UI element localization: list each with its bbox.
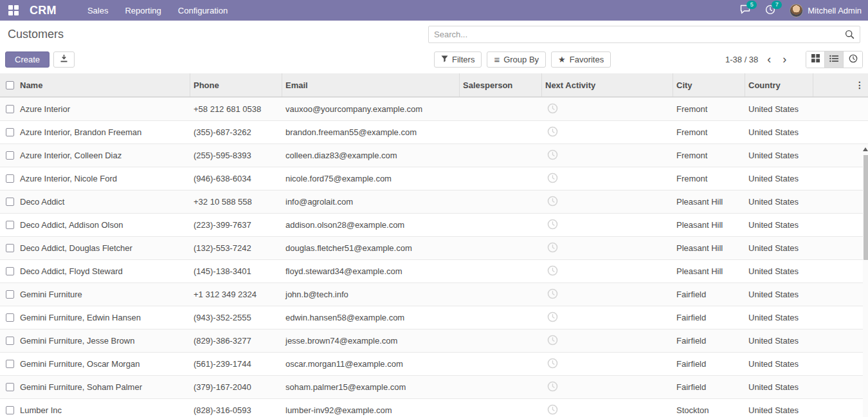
cell-country: United States (745, 104, 813, 114)
scrollbar-up-arrow-icon[interactable] (863, 147, 868, 151)
cell-phone: (223)-399-7637 (190, 220, 282, 230)
row-checkbox[interactable] (6, 128, 14, 136)
row-checkbox[interactable] (6, 105, 14, 113)
pager-previous-icon[interactable]: ‹ (764, 53, 773, 65)
table-row[interactable]: Gemini Furniture, Edwin Hansen (943)-352… (0, 306, 868, 329)
cell-phone: (828)-316-0593 (190, 405, 282, 415)
apps-menu-icon[interactable] (6, 3, 21, 17)
page-title: Customers (5, 28, 64, 41)
cell-email: lumber-inv92@example.com (282, 405, 460, 415)
cell-country: United States (745, 405, 813, 415)
search-input[interactable] (429, 30, 840, 39)
next-activity-clock-icon[interactable] (547, 126, 558, 137)
app-title[interactable]: CRM (30, 4, 57, 17)
row-checkbox[interactable] (6, 383, 14, 391)
activity-view-button[interactable] (844, 51, 862, 68)
filter-funnel-icon (441, 55, 448, 64)
cell-city: Fremont (673, 104, 745, 114)
column-options-icon[interactable]: ⋮ (855, 80, 864, 89)
header-name[interactable]: Name (17, 73, 190, 97)
table-row[interactable]: Gemini Furniture +1 312 349 2324 john.b@… (0, 283, 868, 306)
cell-phone: (829)-386-3277 (190, 336, 282, 346)
next-activity-clock-icon[interactable] (547, 103, 558, 114)
search-icon[interactable] (840, 30, 860, 39)
next-activity-clock-icon[interactable] (547, 335, 558, 346)
vertical-scrollbar[interactable] (863, 146, 868, 417)
scrollbar-thumb[interactable] (863, 155, 868, 260)
menu-reporting[interactable]: Reporting (125, 6, 161, 15)
group-by-button[interactable]: ≡ Group By (487, 51, 546, 68)
next-activity-clock-icon[interactable] (547, 288, 558, 299)
cell-phone: (145)-138-3401 (190, 266, 282, 276)
messages-button[interactable]: 5 (740, 5, 751, 16)
next-activity-clock-icon[interactable] (547, 311, 558, 322)
table-row[interactable]: Azure Interior, Brandon Freeman (355)-68… (0, 120, 868, 144)
cell-country: United States (745, 266, 813, 276)
group-by-label: Group By (503, 55, 539, 64)
row-checkbox[interactable] (6, 290, 14, 299)
cell-next-activity (542, 149, 673, 162)
cell-email: addison.olson28@example.com (282, 220, 460, 230)
next-activity-clock-icon[interactable] (547, 358, 558, 369)
top-nav-bar: CRM Sales Reporting Configuration 5 7 Mi… (0, 0, 868, 21)
next-activity-clock-icon[interactable] (547, 242, 558, 253)
row-checkbox[interactable] (6, 360, 14, 368)
table-row[interactable]: Deco Addict, Douglas Fletcher (132)-553-… (0, 236, 868, 259)
next-activity-clock-icon[interactable] (547, 404, 558, 415)
table-row[interactable]: Azure Interior, Nicole Ford (946)-638-60… (0, 167, 868, 190)
table-row[interactable]: Deco Addict, Addison Olson (223)-399-763… (0, 213, 868, 236)
header-salesperson[interactable]: Salesperson (460, 73, 542, 97)
table-row[interactable]: Gemini Furniture, Jesse Brown (829)-386-… (0, 329, 868, 352)
cell-city: Pleasant Hill (673, 243, 745, 253)
next-activity-clock-icon[interactable] (547, 149, 558, 160)
export-button[interactable] (53, 51, 75, 68)
list-view-button[interactable] (825, 51, 844, 68)
cell-next-activity (542, 311, 673, 324)
view-switcher (806, 51, 863, 68)
table-header-row: Name Phone Email Salesperson Next Activi… (0, 73, 868, 97)
header-email[interactable]: Email (282, 73, 460, 97)
user-menu[interactable]: Mitchell Admin (790, 4, 862, 17)
row-checkbox[interactable] (6, 313, 14, 322)
row-checkbox[interactable] (6, 406, 14, 414)
table-row[interactable]: Azure Interior +58 212 681 0538 vauxoo@y… (0, 97, 868, 120)
filters-button[interactable]: Filters (434, 51, 482, 68)
header-country[interactable]: Country (745, 73, 813, 97)
table-row[interactable]: Deco Addict +32 10 588 558 info@agrolait… (0, 190, 868, 213)
cell-country: United States (745, 313, 813, 322)
table-row[interactable]: Azure Interior, Colleen Diaz (255)-595-8… (0, 144, 868, 167)
row-checkbox[interactable] (6, 151, 14, 160)
favorites-button[interactable]: ★ Favorites (551, 51, 611, 68)
next-activity-clock-icon[interactable] (547, 196, 558, 207)
cell-country: United States (745, 382, 813, 392)
table-row[interactable]: Gemini Furniture, Oscar Morgan (561)-239… (0, 352, 868, 375)
cell-city: Fairfield (673, 336, 745, 346)
create-button[interactable]: Create (5, 51, 50, 68)
header-city[interactable]: City (673, 73, 745, 97)
next-activity-clock-icon[interactable] (547, 219, 558, 230)
menu-configuration[interactable]: Configuration (178, 6, 228, 15)
table-row[interactable]: Gemini Furniture, Soham Palmer (379)-167… (0, 375, 868, 398)
row-checkbox[interactable] (6, 267, 14, 275)
menu-sales[interactable]: Sales (87, 6, 109, 15)
group-by-icon: ≡ (494, 54, 500, 65)
row-checkbox[interactable] (6, 337, 14, 345)
row-checkbox[interactable] (6, 244, 14, 252)
header-next-activity[interactable]: Next Activity (542, 73, 673, 97)
row-checkbox[interactable] (6, 174, 14, 183)
table-body: Azure Interior +58 212 681 0538 vauxoo@y… (0, 97, 868, 417)
next-activity-clock-icon[interactable] (547, 172, 558, 183)
cell-city: Fairfield (673, 382, 745, 392)
next-activity-clock-icon[interactable] (547, 381, 558, 392)
row-checkbox[interactable] (6, 221, 14, 229)
table-row[interactable]: Deco Addict, Floyd Steward (145)-138-340… (0, 259, 868, 283)
next-activity-clock-icon[interactable] (547, 265, 558, 276)
pager-next-icon[interactable]: › (780, 53, 789, 65)
table-row[interactable]: Lumber Inc (828)-316-0593 lumber-inv92@e… (0, 398, 868, 417)
header-phone[interactable]: Phone (190, 73, 282, 97)
cell-email: oscar.morgan11@example.com (282, 359, 460, 369)
select-all-checkbox[interactable] (6, 81, 14, 89)
row-checkbox[interactable] (6, 198, 14, 206)
activities-button[interactable]: 7 (765, 5, 775, 17)
kanban-view-button[interactable] (806, 51, 825, 68)
